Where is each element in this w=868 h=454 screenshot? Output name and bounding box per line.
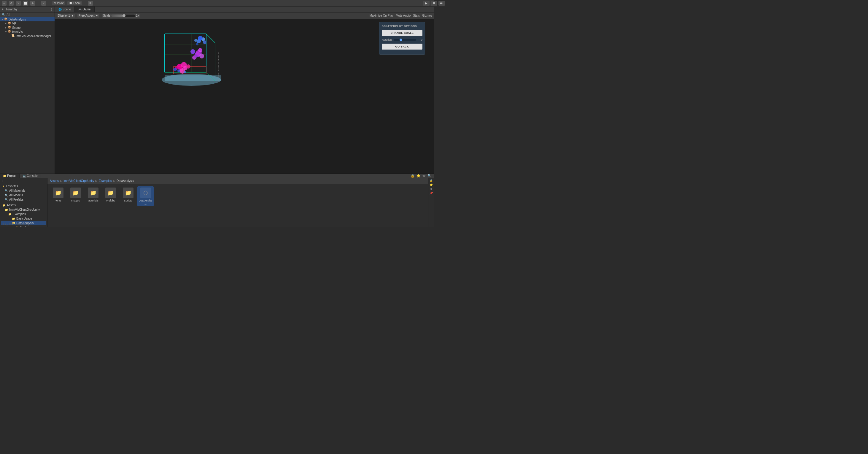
scale-icon[interactable]: ⤡ xyxy=(16,1,21,6)
file-prefabs[interactable]: 📁 Prefabs xyxy=(102,186,119,206)
search-bottom-icon[interactable]: 🔍 xyxy=(428,174,432,178)
immvis-item[interactable]: 📁 ImmVisClientGrpcUnity xyxy=(1,207,46,212)
right-icon-3[interactable]: 👁 xyxy=(430,187,433,190)
hierarchy-search-icon: 🔍 xyxy=(2,13,5,16)
basic-usage-label: BasicUsage xyxy=(16,217,32,220)
play-button[interactable]: ▶ xyxy=(423,1,430,6)
custom-icon[interactable]: ✕ xyxy=(41,1,46,6)
dot-13 xyxy=(199,54,204,58)
rotate-icon[interactable]: ↺ xyxy=(9,1,13,6)
hierarchy-more-icon[interactable]: ⋮ xyxy=(50,8,53,11)
all-materials-item[interactable]: 🔍 All Materials xyxy=(1,188,46,193)
change-scale-button[interactable]: CHANGE SCALE xyxy=(382,30,423,36)
gizmos-label[interactable]: Gizmos xyxy=(422,14,432,17)
scatter-svg: X:8 Y:88.4 Z:7.4 13x 134.75 24:81.015 xyxy=(147,28,236,87)
hierarchy-item-scene[interactable]: ▶ 📦 Scene xyxy=(0,26,55,30)
scatterplot-3d: X:8 Y:88.4 Z:7.4 13x 134.75 24:81.015 xyxy=(147,28,236,87)
star-icon[interactable]: ⭐ xyxy=(416,174,421,178)
prefabs-file-name: Prefabs xyxy=(106,199,115,202)
basic-usage-item[interactable]: 📁 BasicUsage xyxy=(1,216,46,221)
display-selector[interactable]: Display 1 ▼ xyxy=(57,13,75,18)
project-add-icon[interactable]: + xyxy=(1,179,3,183)
stats-label[interactable]: Stats xyxy=(413,14,420,17)
breadcrumb-client[interactable]: ImmVisClientGrpcUnity xyxy=(63,179,94,182)
dataanalysis-file-icon: ⬡ xyxy=(140,187,151,198)
pivot-label: Pivot xyxy=(57,1,63,5)
file-scripts[interactable]: 📁 Scripts xyxy=(120,186,136,206)
scale-slider[interactable] xyxy=(111,14,135,17)
viewport-canvas: X:8 Y:88.4 Z:7.4 13x 134.75 24:81.015 SC… xyxy=(55,19,434,174)
dot-5 xyxy=(203,40,207,44)
hierarchy-item-vr[interactable]: ▶ 📦 VR xyxy=(0,21,55,26)
local-label: Local xyxy=(73,1,81,5)
local-button[interactable]: 🔲 Local xyxy=(67,1,82,5)
project-tab[interactable]: 📁 Project xyxy=(0,174,20,178)
scale-control[interactable]: Scale 1x xyxy=(102,13,140,18)
project-tab-label: Project xyxy=(7,174,16,177)
aspect-label: Free Aspect xyxy=(79,14,94,17)
display-label: Display 1 xyxy=(58,14,70,17)
examples-item[interactable]: 📁 Examples xyxy=(1,212,46,216)
rotation-thumb xyxy=(400,38,402,41)
breadcrumb-sep-3: ▶ xyxy=(113,179,115,182)
viewport-area: 🌐 Scene 🎮 Game Display 1 ▼ Free Aspect ▼… xyxy=(55,6,434,174)
main-area: + Hierarchy ⋮ 🔍 All ▼ 📦 DataAnalysis ⋮ ▶… xyxy=(0,6,434,174)
bottom-tab-right: 🔒 ⭐ 👁 🔍 xyxy=(410,174,434,178)
game-tab-label: Game xyxy=(83,8,91,11)
hierarchy-item-immivis[interactable]: ▼ 📦 ImmiVis xyxy=(0,30,55,34)
aspect-chevron: ▼ xyxy=(95,14,98,17)
eye-icon[interactable]: 👁 xyxy=(423,174,426,178)
project-main: Assets ▶ ImmVisClientGrpcUnity ▶ Example… xyxy=(48,178,428,227)
file-images[interactable]: 📁 Images xyxy=(67,186,84,206)
breadcrumb-current: DataAnalysis xyxy=(117,179,134,182)
fonts-file-name: Fonts xyxy=(55,199,61,202)
file-dataanalysis[interactable]: ⬡ DataAnalys... xyxy=(137,186,154,206)
pivot-button[interactable]: ⊙ Pivot xyxy=(52,1,65,5)
hierarchy-plus-icon[interactable]: + xyxy=(2,8,4,11)
breadcrumb-examples[interactable]: Examples xyxy=(99,179,112,182)
game-tab[interactable]: 🎮 Game xyxy=(75,6,94,12)
scene-tab[interactable]: 🌐 Scene xyxy=(55,6,75,12)
hierarchy-header: + Hierarchy ⋮ xyxy=(0,6,55,12)
lock-icon[interactable]: 🔒 xyxy=(410,174,415,178)
top-toolbar: ↔ ↺ ⤡ ⬜ ⊕ ✕ ⊙ Pivot 🔲 Local ⊞ ▶ ⏸ ⏭ xyxy=(0,0,434,6)
hierarchy-item-dataanalysis[interactable]: ▼ 📦 DataAnalysis ⋮ xyxy=(0,17,55,21)
project-right-icons: 🔒 ⭐ 👁 📌 xyxy=(428,178,434,227)
maximize-label[interactable]: Maximize On Play xyxy=(370,14,394,17)
fonts-label: Fonts xyxy=(20,226,27,227)
dataanalysis-more[interactable]: ⋮ xyxy=(51,18,53,21)
immivis-arrow: ▼ xyxy=(5,31,8,33)
images-file-name: Images xyxy=(71,199,80,202)
breadcrumb-assets[interactable]: Assets xyxy=(50,179,59,182)
rotation-value: 0 xyxy=(418,38,423,41)
combined-icon[interactable]: ⊕ xyxy=(30,1,35,6)
pause-button[interactable]: ⏸ xyxy=(431,1,434,6)
right-icon-2[interactable]: ⭐ xyxy=(430,183,433,186)
assets-item[interactable]: 📁 Assets xyxy=(1,203,46,207)
console-tab[interactable]: 💻 Console xyxy=(20,174,41,178)
hierarchy-item-immvisgrpc[interactable]: ▶ 📜 ImmVisGrpcClientManager xyxy=(0,34,55,38)
all-prefabs-item[interactable]: 🔍 All Prefabs xyxy=(1,197,46,202)
immvis-label: ImmVisClientGrpcUnity xyxy=(9,208,40,211)
right-icon-1[interactable]: 🔒 xyxy=(430,179,433,182)
favorites-star-icon: ★ xyxy=(2,185,5,188)
mute-label[interactable]: Mute Audio xyxy=(396,14,410,17)
project-breadcrumb: Assets ▶ ImmVisClientGrpcUnity ▶ Example… xyxy=(48,178,428,184)
rotation-slider[interactable] xyxy=(394,39,416,41)
play-controls: ▶ ⏸ ⏭ xyxy=(423,1,434,6)
file-materials[interactable]: 📁 Materials xyxy=(85,186,101,206)
immivis-label: ImmiVis xyxy=(12,30,23,33)
right-icon-4[interactable]: 📌 xyxy=(430,192,433,195)
all-models-item[interactable]: 🔍 All Models xyxy=(1,193,46,197)
grid-icon[interactable]: ⊞ xyxy=(88,1,93,6)
rect-icon[interactable]: ⬜ xyxy=(23,1,28,6)
hierarchy-header-left: + Hierarchy xyxy=(2,8,18,11)
go-back-button[interactable]: GO BACK xyxy=(382,43,423,50)
images-file-icon: 📁 xyxy=(70,187,81,198)
transform-icon[interactable]: ↔ xyxy=(2,1,6,6)
aspect-selector[interactable]: Free Aspect ▼ xyxy=(78,13,99,18)
favorites-item[interactable]: ★ Favorites xyxy=(1,184,46,188)
all-materials-label: All Materials xyxy=(9,189,25,192)
hierarchy-search: 🔍 All xyxy=(0,12,55,17)
file-fonts[interactable]: 📁 Fonts xyxy=(50,186,66,206)
